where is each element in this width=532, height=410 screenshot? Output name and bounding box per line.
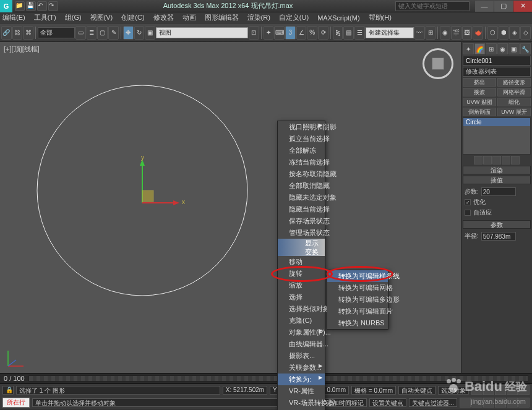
- bind-icon[interactable]: ⌘: [23, 26, 33, 40]
- ctx-vr-props[interactable]: VR-属性: [278, 385, 325, 397]
- ctx-clone[interactable]: 克隆(C): [278, 315, 325, 327]
- extra3-icon[interactable]: ◈: [509, 26, 520, 40]
- select-rect-icon[interactable]: ▢: [97, 26, 108, 40]
- menu-graph-editor[interactable]: 图形编辑器: [205, 13, 239, 22]
- rollout-interp-header[interactable]: 插值: [463, 176, 531, 184]
- mirror-icon[interactable]: ⧎: [333, 26, 343, 40]
- menu-group[interactable]: 组(G): [65, 13, 82, 22]
- tab-utilities[interactable]: 🔧: [520, 43, 531, 54]
- extra2-icon[interactable]: ⬢: [499, 26, 509, 40]
- extra4-icon[interactable]: ◇: [520, 26, 531, 40]
- sub-editable-poly[interactable]: 转换为可编辑多边形: [327, 294, 388, 305]
- named-selection-dropdown[interactable]: [366, 27, 414, 38]
- angle-snap-icon[interactable]: ∠: [296, 26, 307, 40]
- tab-display[interactable]: ▣: [508, 43, 520, 54]
- coord-x[interactable]: X: 5217.502m: [223, 386, 267, 395]
- ctx-select-similar[interactable]: 选择类似对象(S): [278, 303, 325, 315]
- menu-view[interactable]: 视图(V): [90, 13, 113, 22]
- ctx-isolate[interactable]: 孤立当前选择: [278, 133, 325, 145]
- btn-mesh-smooth[interactable]: 网格平滑: [497, 88, 531, 96]
- pivot-icon[interactable]: ⊡: [249, 26, 259, 40]
- layers-icon[interactable]: ☰: [354, 26, 365, 40]
- minimize-button[interactable]: —: [475, 1, 494, 12]
- redo-icon[interactable]: ↷: [48, 1, 58, 11]
- app-icon[interactable]: G: [0, 0, 12, 12]
- maximize-viewport-icon[interactable]: [518, 398, 530, 408]
- ctx-rotate[interactable]: 旋转: [278, 268, 325, 280]
- align-icon[interactable]: ▤: [343, 26, 354, 40]
- reference-coord-dropdown[interactable]: [156, 27, 248, 38]
- object-name-field[interactable]: [463, 56, 531, 66]
- save-icon[interactable]: 💾: [26, 1, 36, 11]
- key-filter-button[interactable]: 关键点过滤器...: [409, 398, 457, 407]
- btn-path-deform[interactable]: 路径变形: [497, 78, 531, 87]
- menu-edit[interactable]: 编辑(E): [2, 13, 25, 22]
- goto-end-icon[interactable]: [518, 385, 530, 395]
- percent-snap-icon[interactable]: %: [307, 26, 317, 40]
- selection-filter-dropdown[interactable]: [38, 27, 75, 38]
- undo-icon[interactable]: ↶: [37, 1, 47, 11]
- viewport[interactable]: [+][顶][线框] y x: [0, 42, 461, 373]
- sub-editable-mesh[interactable]: 转换为可编辑网格: [327, 282, 388, 294]
- scale-icon[interactable]: ▣: [145, 26, 155, 40]
- next-frame-icon[interactable]: [507, 385, 518, 395]
- sub-nurbs[interactable]: 转换为 NURBS: [327, 317, 388, 329]
- select-icon[interactable]: ▭: [75, 26, 86, 40]
- ctx-scale[interactable]: 缩放: [278, 280, 325, 291]
- ctx-select[interactable]: 选择: [278, 291, 325, 303]
- tab-modify[interactable]: 🌈: [474, 43, 486, 54]
- steps-spinner[interactable]: [481, 187, 516, 196]
- spinner-snap-icon[interactable]: ⟳: [318, 26, 328, 40]
- curve-editor-icon[interactable]: 〰: [414, 26, 425, 40]
- render-frame-icon[interactable]: 🖼: [462, 26, 473, 40]
- sub-editable-spline[interactable]: 转换为可编辑样条线: [327, 270, 388, 282]
- ctx-vr-scene-conv[interactable]: VR-场景转换器: [278, 397, 325, 409]
- modifier-list-dropdown[interactable]: [463, 67, 531, 77]
- ctx-unfreeze-all[interactable]: 全部解冻: [278, 145, 325, 156]
- open-icon[interactable]: 📁: [15, 1, 25, 11]
- ctx-viewport-lighting[interactable]: 视口照明和阴影: [278, 121, 325, 133]
- stack-item-circle[interactable]: Circle: [463, 118, 530, 126]
- tab-hierarchy[interactable]: ⊞: [486, 43, 497, 54]
- goto-start-icon[interactable]: [471, 385, 483, 395]
- remove-mod-icon[interactable]: [502, 156, 510, 164]
- menu-create[interactable]: 创建(C): [121, 13, 144, 22]
- rollout-params-header[interactable]: 参数: [463, 220, 531, 229]
- select-name-icon[interactable]: ≣: [87, 26, 97, 40]
- optimize-checkbox[interactable]: ✓: [465, 199, 471, 205]
- rotate-icon[interactable]: ↻: [134, 26, 145, 40]
- ctx-move[interactable]: 移动: [278, 256, 325, 268]
- keyboard-icon[interactable]: ⌨: [274, 26, 285, 40]
- pan-icon[interactable]: [460, 398, 471, 408]
- ctx-unhide-name[interactable]: 按名称取消隐藏: [278, 168, 325, 180]
- selected-obj-dropdown[interactable]: 选定对象: [438, 386, 469, 395]
- menu-maxscript[interactable]: MAXScript(M): [317, 14, 359, 22]
- fov-icon[interactable]: [507, 398, 518, 408]
- ctx-manage-state[interactable]: 管理场景状态: [278, 227, 325, 239]
- close-button[interactable]: ✕: [513, 1, 532, 12]
- ctx-hide-unsel[interactable]: 隐藏未选定对象: [278, 192, 325, 203]
- btn-uvw-expand[interactable]: UVW 展开: [497, 108, 531, 116]
- zoom-extents-icon[interactable]: [495, 398, 506, 408]
- manipulate-icon[interactable]: ✦: [264, 26, 274, 40]
- btn-chamfer[interactable]: 倒角剖面: [463, 108, 496, 116]
- pin-stack-icon[interactable]: [474, 156, 483, 164]
- menu-help[interactable]: 帮助(H): [369, 13, 392, 22]
- extra1-icon[interactable]: ⬡: [487, 26, 498, 40]
- prev-frame-icon[interactable]: [483, 385, 494, 395]
- radius-spinner[interactable]: [481, 232, 516, 241]
- btn-lathe[interactable]: 接波: [463, 88, 496, 96]
- render-setup-icon[interactable]: 🎬: [451, 26, 461, 40]
- menu-modifiers[interactable]: 修改器: [153, 13, 174, 22]
- render-production-icon[interactable]: 🫖: [473, 26, 483, 40]
- adaptive-checkbox[interactable]: [465, 210, 471, 216]
- ctx-dope-sheet[interactable]: 摄影表...: [278, 350, 325, 362]
- menu-customize[interactable]: 自定义(U): [279, 13, 309, 22]
- sub-editable-patch[interactable]: 转换为可编辑面片: [327, 305, 388, 317]
- ctx-curve-editor[interactable]: 曲线编辑器...: [278, 338, 325, 350]
- move-icon[interactable]: ✥: [123, 26, 134, 40]
- menu-render[interactable]: 渲染(R): [247, 13, 270, 22]
- tab-create[interactable]: ✦: [463, 43, 474, 54]
- btn-refine[interactable]: 细化: [497, 98, 531, 106]
- material-editor-icon[interactable]: ◉: [440, 26, 450, 40]
